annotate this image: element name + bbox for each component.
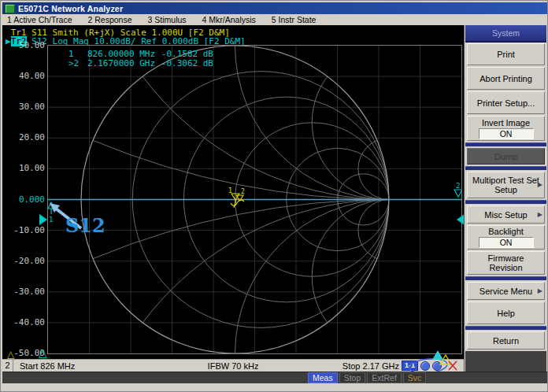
stop-frequency: Stop 2.17 GHz bbox=[342, 361, 399, 371]
menu-item-mkr-analysis[interactable]: 4 Mkr/Analysis bbox=[202, 15, 256, 24]
softkey-separator bbox=[465, 276, 546, 280]
axis-label: -30.00 bbox=[2, 287, 45, 297]
softkey-firmware-revision[interactable]: Firmware Revision bbox=[467, 251, 545, 275]
softkey-empty-area bbox=[465, 351, 546, 372]
softkey-separator bbox=[465, 200, 546, 204]
softkey-backlight[interactable]: Backlight ON bbox=[467, 225, 545, 250]
marker-readout-value: -0.3062 dB bbox=[155, 59, 213, 68]
marker-readout-freq: 2.1670000 GHz bbox=[81, 59, 155, 68]
softkey-service-menu[interactable]: Service Menu ▶ bbox=[467, 282, 545, 300]
submenu-arrow-icon: ▶ bbox=[538, 287, 542, 296]
softkey-printer-setup[interactable]: Printer Setup... bbox=[467, 91, 545, 114]
softkey-abort-printing[interactable]: Abort Printing bbox=[467, 67, 545, 90]
axis-label: 50.00 bbox=[2, 41, 45, 50]
smith-chart-plot[interactable]: 1 2 1 2 bbox=[48, 46, 461, 353]
channel-indicator: 2 bbox=[2, 360, 13, 372]
display-area: Tr1 S11 Smith (R+jX) Scale 1.000U [F2 D&… bbox=[2, 25, 464, 359]
softkey-menu: System Print Abort Printing Printer Setu… bbox=[464, 25, 547, 372]
menu-item-stimulus[interactable]: 3 Stimulus bbox=[148, 15, 187, 24]
trace1-start-indicator: △ bbox=[7, 349, 14, 359]
ref-level-arrow-right bbox=[457, 214, 464, 225]
app-icon bbox=[5, 4, 15, 13]
axis-label-reference: 0.000 bbox=[2, 195, 45, 205]
trace2-start-indicator: △ bbox=[39, 348, 47, 357]
marker-2-number: 2 bbox=[456, 182, 460, 190]
indicator-svc: Svc bbox=[403, 372, 427, 383]
softkey-multiport-test-set-setup[interactable]: Multiport Test Set Setup ▶ bbox=[467, 172, 545, 198]
ifbw-value: IFBW 70 kHz bbox=[208, 361, 259, 371]
window-titlebar[interactable]: E5071C Network Analyzer bbox=[2, 2, 547, 14]
indicator-meas: Meas bbox=[308, 372, 338, 383]
submenu-arrow-icon: ▶ bbox=[538, 180, 542, 190]
softkey-return[interactable]: Return bbox=[467, 331, 545, 349]
softkey-dump: Dump bbox=[467, 148, 545, 165]
status-icon-2[interactable] bbox=[432, 361, 442, 371]
status-icon-1[interactable] bbox=[420, 361, 430, 371]
softkey-misc-setup[interactable]: Misc Setup ▶ bbox=[467, 205, 545, 224]
menu-item-response[interactable]: 2 Response bbox=[87, 15, 131, 24]
start-frequency: Start 826 MHz bbox=[20, 361, 75, 371]
window-bottom-edge bbox=[2, 383, 547, 391]
axis-label: 20.00 bbox=[2, 133, 45, 142]
s12-annotation-label: S12 bbox=[65, 214, 106, 237]
marker-1-number: 1 bbox=[49, 216, 53, 224]
softkey-separator bbox=[465, 166, 546, 170]
axis-label: 30.00 bbox=[2, 102, 45, 112]
s11-trace-knot bbox=[231, 194, 244, 208]
axis-label: 10.00 bbox=[2, 164, 45, 173]
backlight-state: ON bbox=[479, 237, 534, 248]
indicator-extref: ExtRef bbox=[367, 372, 402, 383]
center-marker1-number: 1 bbox=[228, 187, 232, 194]
invert-image-state: ON bbox=[479, 128, 534, 139]
softkey-separator bbox=[465, 142, 546, 146]
axis-label: -20.00 bbox=[2, 257, 45, 266]
status-bar: 2 Start 826 MHz IFBW 70 kHz Stop 2.17 GH… bbox=[2, 359, 464, 372]
softkey-print[interactable]: Print bbox=[467, 43, 545, 65]
softkey-invert-image[interactable]: Invert Image ON bbox=[467, 116, 545, 141]
marker-2-glyph[interactable] bbox=[454, 190, 461, 197]
indicator-stop: Stop bbox=[339, 372, 366, 383]
center-marker2-number: 2 bbox=[241, 188, 245, 195]
axis-label: 40.00 bbox=[2, 72, 45, 81]
window-title: E5071C Network Analyzer bbox=[18, 4, 123, 13]
app-window: E5071C Network Analyzer 1 Active Ch/Trac… bbox=[0, 0, 548, 392]
menu-item-active-ch-trace[interactable]: 1 Active Ch/Trace bbox=[7, 15, 72, 24]
submenu-arrow-icon: ▶ bbox=[538, 210, 542, 220]
softkey-menu-title: System bbox=[465, 25, 546, 43]
marker-readout: 1 826.00000 MHz -0.1582 dB >2 2.1670000 … bbox=[68, 50, 213, 68]
axis-label: -40.00 bbox=[2, 318, 45, 327]
instrument-indicator-bar: Meas Stop ExtRef Svc bbox=[2, 372, 547, 383]
menu-item-instr-state[interactable]: 5 Instr State bbox=[272, 15, 317, 24]
channel-trace-badge: 1-1 bbox=[402, 361, 418, 371]
axis-label: -10.00 bbox=[2, 226, 45, 235]
marker-readout-num: >2 bbox=[68, 59, 81, 68]
ref-level-arrow-left bbox=[39, 214, 47, 225]
softkey-help[interactable]: Help bbox=[467, 301, 545, 324]
marker-row: >2 2.1670000 GHz -0.3062 dB bbox=[68, 59, 213, 68]
softkey-separator bbox=[465, 326, 546, 330]
menu-bar: 1 Active Ch/Trace 2 Response 3 Stimulus … bbox=[2, 14, 547, 25]
